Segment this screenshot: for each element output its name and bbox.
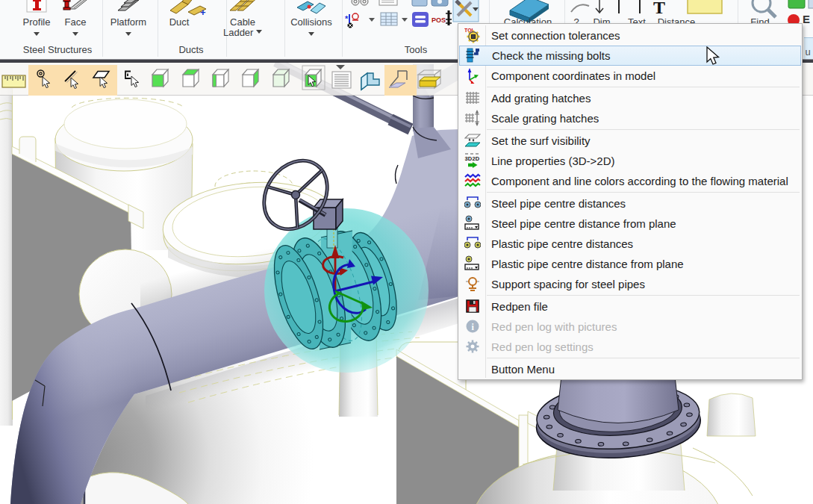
svg-text:+: + xyxy=(200,7,206,18)
svg-text:3D: 3D xyxy=(464,155,472,162)
svg-text:T: T xyxy=(653,0,665,17)
svg-text:POS: POS xyxy=(432,16,446,24)
svg-text:E: E xyxy=(803,13,810,25)
svg-text:2D: 2D xyxy=(472,155,479,162)
svg-text:*: * xyxy=(345,14,349,23)
